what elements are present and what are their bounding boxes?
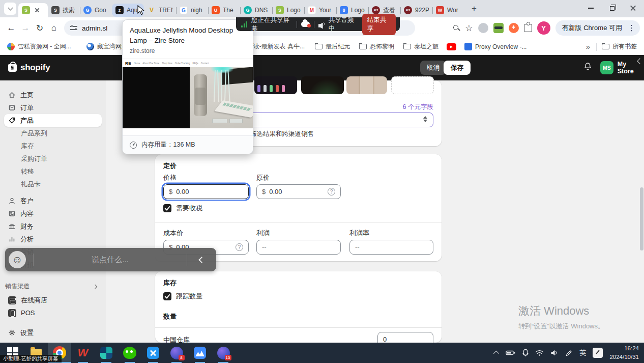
- chrome-update-chip[interactable]: 有新版 Chrome 可用⋮: [555, 20, 640, 36]
- all-bookmarks-folder[interactable]: 所有书签: [599, 42, 640, 51]
- bookmark-folder[interactable]: 泰坦之旅: [400, 42, 442, 51]
- taskbar-browser-15[interactable]: 15: [212, 343, 235, 363]
- track-quantity-row[interactable]: 跟踪数量: [163, 292, 202, 301]
- tray-expand-icon[interactable]: [493, 351, 499, 356]
- wifi-icon[interactable]: [535, 350, 544, 356]
- sidebar-item-content[interactable]: 内容: [4, 207, 102, 220]
- cloud-app-icon[interactable]: [301, 21, 310, 27]
- taskbar-app-shield[interactable]: [95, 343, 118, 363]
- taskbar-clock[interactable]: 16:24 2024/10/31: [609, 344, 639, 362]
- browser-tab[interactable]: 922922P: [400, 3, 432, 17]
- reload-button[interactable]: ↻: [33, 21, 47, 35]
- help-icon[interactable]: ?: [328, 188, 335, 196]
- zoom-search-icon[interactable]: [453, 25, 460, 32]
- sidebar-item-home[interactable]: 主页: [4, 89, 102, 101]
- extension-glasses-icon[interactable]: [493, 23, 504, 33]
- store-menu[interactable]: MS My Store: [600, 61, 644, 75]
- ime-language-indicator[interactable]: 英: [579, 348, 586, 357]
- sidebar-item-online-store[interactable]: 在线商店: [4, 294, 102, 306]
- forward-button[interactable]: →: [18, 21, 33, 35]
- product-thumbnail[interactable]: [346, 76, 387, 94]
- taskbar-app-x[interactable]: [141, 343, 165, 363]
- bookmark-star-icon[interactable]: ☆: [465, 23, 473, 34]
- new-tab-button[interactable]: +: [467, 2, 481, 15]
- notifications-bell-icon[interactable]: [583, 62, 592, 71]
- product-thumbnail[interactable]: [254, 76, 297, 94]
- back-button[interactable]: ←: [4, 21, 18, 35]
- phone-icon[interactable]: [522, 349, 529, 357]
- browser-tab[interactable]: WWor: [432, 3, 464, 17]
- extension-icon[interactable]: [478, 23, 488, 33]
- metafields-link[interactable]: 6 个元字段: [403, 103, 433, 111]
- pen-icon[interactable]: [565, 349, 573, 357]
- taskbar-browser-8[interactable]: 8: [165, 343, 188, 363]
- sidebar-item-settings[interactable]: 设置: [4, 326, 102, 339]
- volume-icon[interactable]: [550, 349, 559, 356]
- browser-tab[interactable]: GGoo: [80, 3, 112, 17]
- sidebar-item-pos[interactable]: POS: [4, 306, 102, 319]
- restore-button[interactable]: [601, 0, 623, 16]
- home-button[interactable]: ⌂: [47, 21, 61, 35]
- browser-tab[interactable]: S搜索: [48, 3, 80, 17]
- collapse-chevron-icon[interactable]: [198, 257, 205, 263]
- scrollbar-thumb[interactable]: [640, 187, 643, 250]
- sidebar-item-inventory[interactable]: 库存: [4, 139, 102, 152]
- extension-download-icon[interactable]: [509, 23, 519, 33]
- sidebar-item-customers[interactable]: 客户: [4, 194, 102, 207]
- add-media-tile[interactable]: [391, 76, 434, 94]
- extensions-puzzle-icon[interactable]: [524, 24, 532, 32]
- battery-icon[interactable]: [506, 349, 516, 356]
- stop-sharing-button[interactable]: 结束共享: [362, 14, 396, 35]
- close-button[interactable]: [623, 0, 644, 16]
- sidebar-item-orders[interactable]: 订单: [4, 101, 102, 114]
- charge-tax-row[interactable]: 需要收税: [163, 204, 202, 213]
- checkbox-checked-icon[interactable]: [163, 292, 171, 300]
- product-thumbnail[interactable]: [301, 76, 344, 94]
- browser-tab[interactable]: VTREN: [144, 3, 176, 17]
- taskbar-wechat[interactable]: [118, 343, 141, 363]
- bookmark-item[interactable]: Proxy Overview -...: [461, 43, 530, 50]
- chat-input-placeholder[interactable]: 说点什么...: [41, 255, 180, 265]
- bookmarks-overflow-icon[interactable]: »: [582, 42, 594, 51]
- bookmark-item[interactable]: 读-最新发表 真牛...: [250, 42, 308, 51]
- sidebar-item-collections[interactable]: 产品系列: [4, 127, 102, 139]
- margin-input[interactable]: --: [349, 240, 433, 255]
- checkbox-checked-icon[interactable]: [163, 204, 171, 212]
- sidebar-item-gift-cards[interactable]: 礼品卡: [4, 178, 102, 190]
- tab-search-button[interactable]: [4, 3, 16, 15]
- browser-tab[interactable]: Gnigh: [176, 3, 208, 17]
- taskbar-wps[interactable]: W: [71, 343, 95, 363]
- chat-overlay-widget[interactable]: ☺ 说点什么...: [5, 248, 216, 271]
- bookmark-folder[interactable]: 最后纪元: [312, 42, 353, 51]
- smiley-avatar-icon[interactable]: ☺: [9, 251, 26, 268]
- save-button[interactable]: 保存: [444, 61, 471, 75]
- sidebar-item-analytics[interactable]: 分析: [4, 233, 102, 245]
- price-input[interactable]: $0.00: [163, 184, 249, 199]
- menu-kebab-icon[interactable]: ⋮: [625, 23, 638, 33]
- browser-tab-active[interactable]: S: [18, 3, 48, 17]
- sidebar-item-purchase-orders[interactable]: 采购订单: [4, 152, 102, 165]
- bookmark-youtube[interactable]: ▶: [444, 43, 459, 50]
- profile-avatar[interactable]: Y: [537, 21, 550, 35]
- help-icon[interactable]: ?: [236, 243, 243, 251]
- sidebar-item-finance[interactable]: 财务: [4, 220, 102, 233]
- minimize-button[interactable]: [580, 0, 601, 16]
- currency-prefix: $: [262, 188, 266, 196]
- quantity-input[interactable]: 0: [377, 332, 433, 343]
- taskbar-app-mountain[interactable]: [188, 343, 212, 363]
- sidebar-item-transfers[interactable]: 转移: [4, 165, 102, 178]
- browser-icon: 15: [217, 347, 230, 359]
- browser-tab[interactable]: UThe: [208, 3, 240, 17]
- sidebar-item-products[interactable]: 产品: [4, 114, 102, 127]
- profit-input[interactable]: --: [256, 240, 341, 255]
- bookmark-folder[interactable]: 恐怖黎明: [356, 42, 397, 51]
- site-settings-icon[interactable]: [70, 25, 77, 31]
- pricing-card: 定价 价格 $0.00 原价 $0.00? 需要收税 成本价 $0.00? 利润…: [155, 154, 442, 261]
- sales-channels-header[interactable]: 销售渠道: [4, 282, 102, 291]
- watermark-line1: 激活 Windows: [518, 303, 604, 319]
- cancel-button[interactable]: 取消: [420, 61, 446, 75]
- tray-gauge-icon[interactable]: [593, 348, 603, 358]
- tab-close-icon[interactable]: [33, 6, 41, 14]
- compare-price-input[interactable]: $0.00?: [256, 184, 341, 199]
- bookmark-item[interactable]: 雪糕资源网 - 全网...: [4, 42, 74, 51]
